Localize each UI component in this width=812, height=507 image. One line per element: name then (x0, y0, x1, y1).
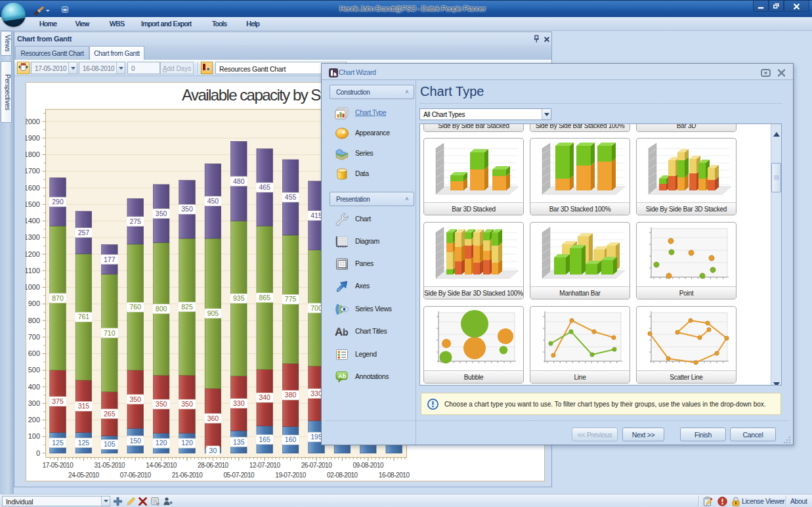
svg-text:b: b (343, 327, 349, 338)
svg-text:1500: 1500 (26, 200, 40, 208)
svg-text:380: 380 (285, 391, 297, 399)
svg-text:350: 350 (181, 400, 193, 408)
svg-text:275: 275 (129, 217, 141, 225)
svg-text:2000: 2000 (26, 118, 40, 125)
svg-text:710: 710 (104, 329, 116, 337)
svg-text:800: 800 (156, 305, 167, 313)
svg-text:350: 350 (181, 205, 193, 213)
svg-text:200: 200 (28, 416, 40, 424)
svg-text:600: 600 (28, 349, 40, 357)
svg-text:16-08-2010: 16-08-2010 (379, 472, 410, 479)
svg-text:1800: 1800 (26, 150, 40, 158)
svg-text:125: 125 (78, 439, 90, 447)
svg-text:28-06-2010: 28-06-2010 (198, 462, 229, 469)
svg-text:Ab: Ab (338, 372, 347, 380)
svg-text:100: 100 (28, 432, 40, 440)
svg-text:09-08-2010: 09-08-2010 (353, 462, 384, 469)
svg-text:1400: 1400 (26, 217, 40, 225)
svg-text:177: 177 (104, 255, 116, 263)
svg-text:450: 450 (207, 197, 219, 205)
svg-text:761: 761 (78, 313, 90, 320)
svg-text:07-06-2010: 07-06-2010 (120, 472, 152, 479)
svg-text:1100: 1100 (26, 267, 40, 275)
svg-text:17-05-2010: 17-05-2010 (43, 462, 74, 469)
svg-text:265: 265 (104, 410, 116, 418)
svg-text:865: 865 (259, 294, 270, 301)
svg-text:340: 340 (259, 393, 270, 401)
svg-text:125: 125 (52, 439, 64, 447)
svg-text:315: 315 (78, 402, 90, 410)
svg-text:1300: 1300 (26, 233, 40, 241)
svg-text:900: 900 (28, 299, 40, 307)
svg-text:14-06-2010: 14-06-2010 (146, 462, 177, 469)
svg-text:19-07-2010: 19-07-2010 (275, 472, 307, 479)
svg-text:455: 455 (285, 193, 297, 201)
svg-text:1000: 1000 (26, 283, 40, 291)
svg-text:935: 935 (233, 294, 245, 302)
svg-text:760: 760 (129, 303, 141, 311)
svg-text:700: 700 (28, 333, 40, 341)
svg-text:870: 870 (52, 294, 64, 302)
svg-text:1900: 1900 (26, 134, 40, 142)
svg-text:350: 350 (156, 209, 167, 217)
svg-text:1600: 1600 (26, 184, 40, 192)
svg-text:350: 350 (129, 395, 141, 403)
svg-text:120: 120 (156, 439, 167, 447)
svg-text:135: 135 (233, 438, 245, 446)
svg-text:31-05-2010: 31-05-2010 (94, 462, 125, 469)
svg-text:120: 120 (181, 439, 193, 447)
svg-text:375: 375 (52, 397, 64, 405)
svg-text:465: 465 (259, 183, 270, 191)
svg-text:480: 480 (233, 177, 245, 185)
svg-text:A: A (335, 326, 343, 338)
svg-text:1700: 1700 (26, 167, 40, 175)
svg-text:330: 330 (233, 399, 245, 407)
svg-text:290: 290 (52, 198, 64, 206)
svg-text:160: 160 (285, 435, 297, 443)
svg-text:500: 500 (28, 366, 40, 374)
svg-text:30: 30 (209, 447, 217, 454)
svg-text:12-07-2010: 12-07-2010 (249, 462, 281, 469)
svg-text:150: 150 (129, 437, 141, 445)
svg-text:0: 0 (36, 449, 40, 457)
svg-text:400: 400 (28, 383, 40, 391)
svg-text:360: 360 (207, 414, 219, 422)
svg-text:165: 165 (259, 435, 270, 443)
svg-text:05-07-2010: 05-07-2010 (223, 472, 255, 479)
svg-text:1200: 1200 (26, 250, 40, 258)
svg-text:775: 775 (285, 295, 297, 303)
svg-text:257: 257 (78, 229, 90, 236)
svg-text:26-07-2010: 26-07-2010 (301, 462, 333, 469)
svg-text:21-06-2010: 21-06-2010 (172, 472, 203, 479)
svg-text:300: 300 (28, 399, 40, 407)
svg-text:105: 105 (104, 440, 116, 448)
svg-text:02-08-2010: 02-08-2010 (327, 472, 358, 479)
svg-text:905: 905 (207, 309, 219, 317)
svg-text:24-05-2010: 24-05-2010 (68, 472, 100, 479)
svg-text:800: 800 (28, 317, 40, 324)
svg-text:350: 350 (156, 400, 167, 408)
svg-text:825: 825 (181, 303, 193, 311)
